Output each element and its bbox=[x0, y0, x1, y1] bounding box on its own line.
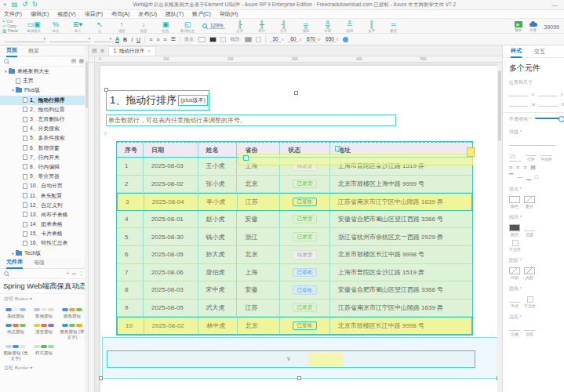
tree-page-11、表头配置[interactable]: 11、表头配置 bbox=[0, 191, 88, 200]
insert-button[interactable]: ⊞▾插入 bbox=[71, 20, 85, 33]
line-color-swatch[interactable] bbox=[509, 224, 520, 231]
style-dropdown[interactable] bbox=[5, 36, 45, 42]
table-row[interactable]: 102025-08-02林中虎北京已签收北京市鼓楼区长江中路 9998 号 bbox=[117, 317, 472, 335]
redo-icon[interactable]: ↻ bbox=[32, 2, 38, 8]
w-input[interactable] bbox=[509, 100, 528, 107]
widget-page-title[interactable]: 1、拖动行排序 (plus版本) bbox=[106, 90, 209, 111]
caret-icon[interactable]: ▸ bbox=[10, 251, 16, 256]
font-family-input[interactable] bbox=[509, 139, 556, 146]
align-center-text-icon[interactable]: ≡ bbox=[156, 37, 159, 42]
w-field[interactable]: 870w bbox=[306, 36, 321, 42]
table-row[interactable]: 52025-08-30钱小虎浙江已发货浙江省杭州市余杭区文一西路 2929 弄 bbox=[117, 228, 472, 246]
table-row[interactable]: 42025-08-01赵小虎安徽已发货安徽省合肥市蜀山区望江西路 3366 号 bbox=[117, 211, 472, 229]
bring-front-button[interactable]: ↑顶层 bbox=[115, 20, 129, 33]
letter-spacing-input[interactable] bbox=[541, 149, 552, 156]
library-title[interactable]: Spring Web端高保真动态交 bbox=[0, 279, 88, 294]
table-row[interactable]: 72025-08-06唐伯虎上海已签收上海市普陀区金沙江路 1519 弄 bbox=[117, 264, 472, 282]
undo-icon[interactable]: ↺ bbox=[22, 2, 27, 8]
library-item-禁用按钮[interactable]: 禁用按钮 bbox=[31, 305, 57, 321]
expand-bar-widget[interactable]: ∨ bbox=[107, 350, 475, 368]
tree-page-15、卡片表格[interactable]: 15、卡片表格 bbox=[0, 229, 88, 238]
y-input[interactable] bbox=[538, 89, 557, 96]
column-header-日期[interactable]: 日期 bbox=[144, 143, 198, 157]
align-middle-button[interactable]: ╬中部 bbox=[321, 20, 335, 33]
tab-list-icon[interactable]: ▤ bbox=[92, 48, 97, 54]
caret-icon[interactable]: ▾ bbox=[3, 69, 9, 74]
send-back-button[interactable]: ↓底层 bbox=[136, 20, 151, 33]
tree-page-主页[interactable]: 主页 bbox=[0, 76, 88, 85]
menu-文件[interactable]: 文件(F) bbox=[4, 10, 22, 18]
library-item-基础按钮[interactable]: 基础按钮 bbox=[2, 305, 29, 321]
data-table-widget[interactable]: 序号日期姓名省份状态地址12025-08-03王小虎上海待发货上海市普陀区金沙江… bbox=[116, 141, 473, 336]
align-center-button[interactable]: ╫居中 bbox=[255, 20, 269, 33]
selection-square[interactable] bbox=[335, 146, 340, 151]
align-top-button[interactable]: ╦顶部 bbox=[299, 20, 313, 33]
distribute-v-button[interactable]: ═垂直 bbox=[387, 20, 401, 33]
tree-page-1、拖动行排序[interactable]: 1、拖动行排序 bbox=[0, 96, 88, 105]
font-dropdown[interactable] bbox=[49, 36, 90, 42]
x-field[interactable]: 30x bbox=[270, 36, 284, 42]
menu-团队[interactable]: 团队(T) bbox=[166, 10, 184, 18]
selection-handle[interactable] bbox=[294, 91, 298, 95]
library-more-icon[interactable]: ⋮ bbox=[78, 270, 84, 277]
font-size-input[interactable]: 15 bbox=[509, 154, 522, 162]
sidebar-scrollbar[interactable] bbox=[85, 45, 88, 392]
column-header-姓名[interactable]: 姓名 bbox=[198, 143, 238, 157]
close-icon[interactable]: × bbox=[3, 2, 7, 8]
table-row[interactable]: 82025-08-03宋中虎安徽已签收安徽省合肥市蜀山区望江西路 3366 号 bbox=[117, 281, 472, 299]
tab-libraries[interactable]: 元件库 bbox=[6, 256, 23, 269]
align-bottom-button[interactable]: ╩底部 bbox=[343, 20, 357, 33]
table-row[interactable]: 22025-08-02张小虎北京已发货北京市鼓楼区上海中路 9999 号 bbox=[117, 176, 472, 194]
minimize-button[interactable]: — bbox=[551, 2, 561, 9]
library-section-button[interactable]: 按钮 Button ▾ bbox=[0, 294, 88, 304]
library-copy-icon[interactable]: ▱ bbox=[72, 270, 76, 277]
text-align-justify-icon[interactable]: ▤ bbox=[530, 165, 536, 171]
fill-image-swatch[interactable] bbox=[524, 196, 535, 203]
align-right-text-icon[interactable]: ≡ bbox=[163, 37, 166, 42]
paste-button[interactable]: ▥Paste bbox=[2, 28, 27, 33]
tree-page-14、图表表格[interactable]: 14、图表表格 bbox=[0, 220, 88, 229]
column-header-序号[interactable]: 序号 bbox=[117, 143, 144, 157]
tree-folder-Plus版[interactable]: ▾Plus版 bbox=[0, 85, 88, 95]
underline-button[interactable]: U bbox=[136, 37, 140, 42]
connect-button[interactable]: %连接 bbox=[49, 20, 63, 33]
tree-page-9、带分页器[interactable]: 9、带分页器 bbox=[0, 172, 88, 181]
menu-发布[interactable]: 发布(U) bbox=[138, 10, 157, 18]
caret-icon[interactable]: ▾ bbox=[10, 88, 16, 93]
zoom-button[interactable]: 129% bbox=[202, 20, 225, 29]
font-size-dropdown[interactable] bbox=[94, 36, 111, 42]
tab-style[interactable]: 样式 bbox=[511, 45, 522, 58]
tree-page-7、行内开关[interactable]: 7、行内开关 bbox=[0, 153, 88, 162]
tree-page-13、画布子表格[interactable]: 13、画布子表格 bbox=[0, 210, 88, 220]
tree-page-2、拖动列位置[interactable]: 2、拖动列位置 bbox=[0, 105, 88, 114]
line-width-input[interactable] bbox=[524, 224, 535, 231]
menu-帮助[interactable]: 帮助(H) bbox=[220, 10, 238, 18]
library-item-样式按钮[interactable]: 样式按钮 bbox=[31, 342, 57, 362]
line-visibility-checkbox[interactable] bbox=[512, 240, 519, 246]
canvas-tab-active[interactable]: 1. 拖动行排序 × bbox=[108, 46, 156, 56]
table-row[interactable]: 32025-08-04李小虎江苏已签收江苏省南京市江宁区中山陵路 1639 弄 bbox=[117, 193, 472, 211]
tree-page-8、行内编辑[interactable]: 8、行内编辑 bbox=[0, 162, 88, 172]
fill-color-swatch-dark[interactable] bbox=[209, 37, 217, 42]
tab-masters[interactable]: 母版 bbox=[34, 257, 45, 268]
inner-shadow-swatch[interactable] bbox=[524, 267, 535, 274]
table-row[interactable]: 92025-08-05武大虎江苏已发货江苏省南京市江宁区中山陵路 1639 弄 bbox=[117, 299, 472, 318]
selection-square[interactable] bbox=[243, 155, 249, 161]
tree-page-5、多条件搜索[interactable]: 5、多条件搜索 bbox=[0, 133, 88, 143]
line-checkbox[interactable] bbox=[256, 37, 261, 42]
text-more-icon[interactable]: □ bbox=[535, 174, 538, 180]
text-align-right-icon[interactable]: ≡ bbox=[523, 165, 526, 171]
library-item-渐变按钮[interactable]: 渐变按钮 bbox=[31, 321, 57, 341]
lock-ratio-icon[interactable] bbox=[343, 37, 348, 42]
align-right-button[interactable]: ╢右齐 bbox=[277, 20, 291, 33]
menu-账户[interactable]: 账户(C) bbox=[192, 10, 211, 18]
tree-page-16、特性汇总表[interactable]: 16、特性汇总表 bbox=[0, 238, 88, 248]
vertical-align-top-icon[interactable]: ▔ bbox=[509, 174, 513, 180]
tree-page-6、新增弹窗[interactable]: 6、新增弹窗 bbox=[0, 143, 88, 153]
tree-page-10、自动分页[interactable]: 10、自动分页 bbox=[0, 181, 88, 191]
align-left-text-icon[interactable]: ≡ bbox=[149, 37, 152, 42]
library-item-圆角按钮[interactable]: 圆角按钮 bbox=[59, 305, 86, 321]
library-item-圆形按钮 (带文字)[interactable]: 圆形按钮 (带文字) bbox=[59, 321, 86, 341]
design-canvas[interactable]: 1、拖动行排序 (plus版本) 单击数据行，可在表内任意拖动行来调整的序号。 … bbox=[95, 63, 497, 392]
widget-subtitle[interactable]: 单击数据行，可在表内任意拖动行来调整的序号。 bbox=[106, 114, 396, 126]
